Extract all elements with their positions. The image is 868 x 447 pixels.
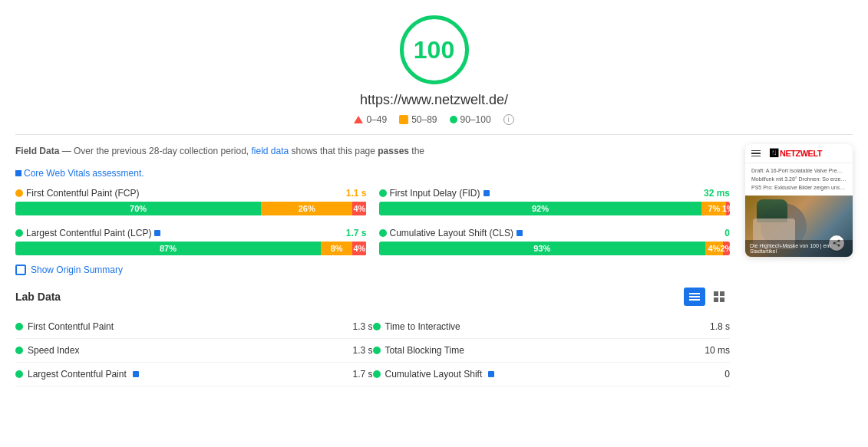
lab-si-name: Speed Index bbox=[28, 345, 79, 356]
metric-lcp: Largest Contentful Paint (LCP) 1.7 s 87%… bbox=[15, 228, 367, 255]
lab-tbt-left: Total Blocking Time bbox=[373, 345, 464, 356]
mobile-nav: 🅽 NETZWELT bbox=[745, 144, 853, 163]
cwv-link-text: Core Web Vitals bbox=[24, 168, 90, 179]
fid-dot bbox=[379, 189, 387, 197]
fid-link-icon[interactable] bbox=[484, 190, 490, 196]
lab-cls-link-icon[interactable] bbox=[488, 371, 494, 377]
list-view-button[interactable] bbox=[684, 288, 705, 306]
svg-rect-5 bbox=[714, 297, 718, 302]
caption-text: Die Hightech-Maske von 100 | em Stadtart… bbox=[750, 243, 830, 254]
lab-tti-dot bbox=[373, 323, 381, 330]
svg-rect-4 bbox=[720, 291, 724, 296]
legend-poor-label: 0–49 bbox=[366, 114, 387, 125]
score-legend: 0–49 50–89 90–100 i bbox=[354, 114, 513, 125]
lcp-bar-red: 4% bbox=[352, 242, 366, 255]
cls-link-icon[interactable] bbox=[517, 230, 523, 236]
fid-value: 32 ms bbox=[704, 188, 730, 199]
lab-metric-tbt: Total Blocking Time 10 ms bbox=[373, 339, 731, 363]
left-panel: Field Data — Over the previous 28-day co… bbox=[15, 144, 730, 386]
origin-summary-toggle[interactable]: Show Origin Summary bbox=[15, 265, 730, 275]
metric-fid-header: First Input Delay (FID) 32 ms bbox=[379, 188, 731, 199]
mobile-link-3[interactable]: PS5 Pro: Exklusive Bilder zeigen unsere … bbox=[751, 183, 847, 192]
legend-good-label: 90–100 bbox=[460, 114, 491, 125]
origin-summary-label: Show Origin Summary bbox=[31, 265, 123, 275]
site-logo: 🅽 NETZWELT bbox=[770, 149, 822, 158]
metric-fcp: First Contentful Paint (FCP) 1.1 s 70% 2… bbox=[15, 188, 367, 215]
list-icon bbox=[689, 291, 700, 302]
lcp-bar: 87% 8% 4% bbox=[15, 242, 367, 255]
cls-value: 0 bbox=[724, 228, 730, 238]
cls-dot bbox=[379, 229, 387, 237]
fcp-bar-green: 70% bbox=[15, 202, 261, 215]
legend-poor: 0–49 bbox=[354, 114, 387, 125]
field-data-desc2: shows that this page bbox=[292, 146, 378, 156]
right-panel: 🅽 NETZWELT Draft: A 16-Port Isolatable V… bbox=[745, 144, 853, 386]
mobile-preview: 🅽 NETZWELT Draft: A 16-Port Isolatable V… bbox=[745, 144, 853, 257]
svg-rect-0 bbox=[689, 293, 700, 294]
lcp-value: 1.7 s bbox=[346, 228, 367, 238]
lcp-label: Largest Contentful Paint (LCP) bbox=[26, 228, 151, 238]
cwv-link[interactable]: Core Web Vitals assessment. bbox=[15, 168, 144, 179]
lab-cls-left: Cumulative Layout Shift bbox=[373, 369, 495, 380]
field-data-link[interactable]: field data bbox=[252, 146, 289, 156]
metrics-grid: First Contentful Paint (FCP) 1.1 s 70% 2… bbox=[15, 188, 730, 255]
lab-metric-lcp: Largest Contentful Paint 1.7 s bbox=[15, 363, 373, 386]
triangle-icon bbox=[354, 116, 363, 123]
cwv-indicator bbox=[15, 170, 21, 176]
assessment-text: assessment. bbox=[92, 168, 144, 179]
field-data-passes: passes bbox=[378, 146, 409, 156]
metric-lcp-header: Largest Contentful Paint (LCP) 1.7 s bbox=[15, 228, 367, 238]
svg-rect-2 bbox=[689, 299, 700, 301]
mobile-image-caption: Die Hightech-Maske von 100 | em Stadtart… bbox=[745, 240, 853, 257]
legend-info-icon[interactable]: i bbox=[503, 114, 514, 125]
lab-cls-value: 0 bbox=[724, 369, 730, 380]
svg-rect-1 bbox=[689, 296, 700, 297]
orange-square-icon bbox=[399, 115, 408, 124]
field-data-description: Field Data — Over the previous 28-day co… bbox=[15, 144, 730, 158]
fid-bar: 92% 7% 1% bbox=[379, 202, 731, 215]
lab-fcp-value: 1.3 s bbox=[352, 321, 372, 332]
grid-view-button[interactable] bbox=[708, 288, 730, 306]
main-content: Field Data — Over the previous 28-day co… bbox=[15, 144, 853, 386]
lcp-bar-orange: 8% bbox=[321, 242, 352, 255]
score-url[interactable]: https://www.netzwelt.de/ bbox=[360, 92, 508, 108]
lab-lcp-left: Largest Contentful Paint bbox=[15, 369, 139, 380]
grid-icon bbox=[714, 291, 724, 302]
mobile-hero-image: Die Hightech-Maske von 100 | em Stadtart… bbox=[745, 196, 853, 257]
legend-needs-improvement: 50–89 bbox=[399, 114, 437, 125]
metric-fid: First Input Delay (FID) 32 ms 92% 7% 1% bbox=[379, 188, 731, 215]
lab-si-value: 1.3 s bbox=[352, 345, 372, 356]
lcp-link-icon[interactable] bbox=[154, 230, 160, 236]
fid-bar-red: 1% bbox=[726, 202, 730, 215]
fcp-bar-orange: 26% bbox=[261, 202, 352, 215]
cls-bar: 93% 4% 2% bbox=[379, 242, 731, 255]
metric-fcp-name: First Contentful Paint (FCP) bbox=[15, 188, 139, 199]
lab-tti-value: 1.8 s bbox=[710, 321, 730, 332]
legend-needs-label: 50–89 bbox=[411, 114, 437, 125]
score-circle: 100 bbox=[400, 15, 469, 84]
lab-metrics-grid: First Contentful Paint 1.3 s Time to Int… bbox=[15, 315, 730, 386]
checkbox-icon bbox=[15, 265, 26, 275]
field-data-desc3: the bbox=[411, 146, 424, 156]
hamburger-line-3 bbox=[751, 156, 761, 157]
view-toggle bbox=[684, 288, 730, 306]
lcp-bar-green: 87% bbox=[15, 242, 321, 255]
lab-tti-left: Time to Interactive bbox=[373, 321, 460, 332]
lab-data-section: Lab Data bbox=[15, 288, 730, 386]
score-section: 100 https://www.netzwelt.de/ 0–49 50–89 … bbox=[15, 15, 853, 125]
lab-lcp-dot bbox=[15, 370, 23, 378]
metric-lcp-name: Largest Contentful Paint (LCP) bbox=[15, 228, 160, 238]
lab-cls-dot bbox=[373, 370, 381, 378]
fid-label: First Input Delay (FID) bbox=[390, 188, 480, 199]
metric-fcp-header: First Contentful Paint (FCP) 1.1 s bbox=[15, 188, 367, 199]
lab-data-header: Lab Data bbox=[15, 288, 730, 306]
lab-fcp-name: First Contentful Paint bbox=[28, 321, 114, 332]
hamburger-icon[interactable] bbox=[751, 150, 761, 157]
lab-lcp-link-icon[interactable] bbox=[133, 371, 139, 377]
lab-fcp-dot bbox=[15, 323, 23, 330]
mobile-link-1[interactable]: Draft: A 16-Port Isolatable Valve Premiu… bbox=[751, 166, 847, 175]
field-data-desc1: — Over the previous 28-day collection pe… bbox=[62, 146, 252, 156]
mobile-link-2[interactable]: Mobilfunk mit 3.28° Drohnen: So erzeugt … bbox=[751, 175, 847, 183]
cls-bar-red: 2% bbox=[723, 242, 730, 255]
fcp-dot bbox=[15, 189, 23, 197]
